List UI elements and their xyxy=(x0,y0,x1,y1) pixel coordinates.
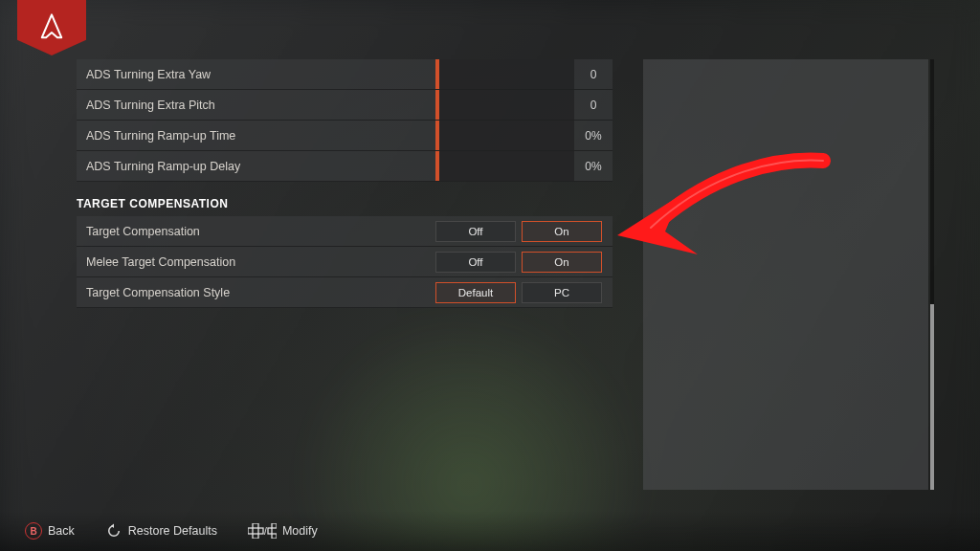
footer-hints: B Back Restore Defaults / Modify xyxy=(0,511,980,551)
setting-value: 0% xyxy=(574,160,612,173)
toggle-option-on[interactable]: On xyxy=(522,252,602,273)
restore-icon xyxy=(105,522,122,540)
setting-label: Target Compensation Style xyxy=(77,286,435,299)
setting-label: ADS Turning Extra Pitch xyxy=(77,99,435,112)
description-panel xyxy=(643,59,928,490)
svg-text:/: / xyxy=(264,526,267,537)
setting-value: 0% xyxy=(574,129,612,143)
svg-rect-3 xyxy=(258,528,263,534)
slider-row-ads-rampup-delay[interactable]: ADS Turning Ramp-up Delay 0% xyxy=(77,151,612,182)
svg-rect-7 xyxy=(272,534,277,539)
settings-list: ADS Turning Extra Yaw 0 ADS Turning Extr… xyxy=(77,59,612,308)
toggle-buttons: Off On xyxy=(435,221,610,242)
section-header: TARGET COMPENSATION xyxy=(77,197,612,210)
slider-row-ads-yaw[interactable]: ADS Turning Extra Yaw 0 xyxy=(77,59,612,90)
setting-label: ADS Turning Extra Yaw xyxy=(77,68,435,81)
scrollbar-thumb[interactable] xyxy=(930,304,934,490)
hint-label: Back xyxy=(48,524,75,538)
svg-rect-2 xyxy=(253,534,258,539)
slider-handle[interactable] xyxy=(435,59,439,89)
slider-track[interactable] xyxy=(435,59,574,89)
setting-label: ADS Turning Ramp-up Time xyxy=(77,129,435,143)
toggle-option-pc[interactable]: PC xyxy=(522,282,602,303)
svg-rect-5 xyxy=(268,528,272,534)
setting-value: 0 xyxy=(574,99,612,112)
slider-track[interactable] xyxy=(435,90,574,120)
slider-handle[interactable] xyxy=(435,121,439,150)
slider-row-ads-pitch[interactable]: ADS Turning Extra Pitch 0 xyxy=(77,90,612,121)
toggle-option-off[interactable]: Off xyxy=(435,221,516,242)
svg-rect-1 xyxy=(253,523,258,528)
toggle-row-melee-target-compensation[interactable]: Melee Target Compensation Off On xyxy=(77,247,612,277)
slider-handle[interactable] xyxy=(435,90,439,120)
slider-handle[interactable] xyxy=(435,151,439,181)
toggle-buttons: Default PC xyxy=(435,282,610,303)
hint-modify[interactable]: / Modify xyxy=(248,523,318,539)
slider-row-ads-rampup-time[interactable]: ADS Turning Ramp-up Time 0% xyxy=(77,121,612,151)
toggle-option-off[interactable]: Off xyxy=(435,252,516,273)
toggle-row-target-compensation[interactable]: Target Compensation Off On xyxy=(77,216,612,247)
b-button-icon: B xyxy=(25,522,42,540)
svg-rect-0 xyxy=(248,528,253,534)
svg-rect-6 xyxy=(272,523,277,528)
hint-restore-defaults[interactable]: Restore Defaults xyxy=(105,522,217,540)
toggle-option-on[interactable]: On xyxy=(522,221,602,242)
hint-back[interactable]: B Back xyxy=(25,522,75,540)
setting-label: Melee Target Compensation xyxy=(77,255,435,269)
dpad-icon: / xyxy=(248,523,277,539)
toggle-option-default[interactable]: Default xyxy=(435,282,516,303)
toggle-buttons: Off On xyxy=(435,252,610,273)
slider-track[interactable] xyxy=(435,121,574,150)
toggle-row-target-compensation-style[interactable]: Target Compensation Style Default PC xyxy=(77,277,612,308)
apex-logo-icon xyxy=(35,11,68,44)
hint-label: Restore Defaults xyxy=(128,524,217,538)
hint-label: Modify xyxy=(282,524,318,538)
slider-track[interactable] xyxy=(435,151,574,181)
setting-value: 0 xyxy=(574,68,612,81)
setting-label: ADS Turning Ramp-up Delay xyxy=(77,160,435,173)
setting-label: Target Compensation xyxy=(77,225,435,238)
